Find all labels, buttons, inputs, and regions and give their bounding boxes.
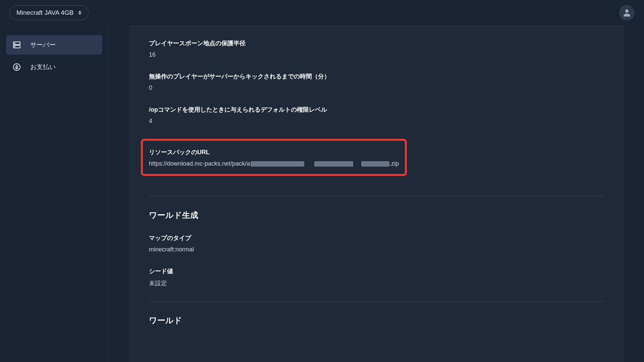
- sidebar: サーバー お支払い: [0, 26, 109, 362]
- setting-value: 4: [149, 118, 604, 125]
- svg-point-4: [14, 46, 15, 47]
- server-icon: [13, 41, 21, 49]
- url-suffix: .zip: [389, 160, 399, 167]
- setting-value: 未設定: [149, 279, 604, 287]
- highlighted-resource-pack-setting: リソースパックのURL https://download.mc-packs.ne…: [141, 139, 407, 176]
- setting-resource-pack-url: リソースパックのURL https://download.mc-packs.ne…: [149, 148, 399, 167]
- setting-value: 0: [149, 84, 604, 92]
- server-selector-dropdown[interactable]: Minecraft JAVA 4GB: [9, 5, 89, 20]
- setting-value: 16: [149, 51, 604, 58]
- redacted-segment: [251, 161, 304, 167]
- setting-map-type: マップのタイプ minecraft:normal: [149, 234, 604, 253]
- sidebar-item-label: サーバー: [30, 41, 56, 49]
- setting-op-permission: /opコマンドを使用したときに与えられるデフォルトの権限レベル 4: [149, 106, 604, 125]
- svg-point-3: [14, 43, 15, 44]
- setting-label: マップのタイプ: [149, 234, 604, 242]
- main-content: プレイヤースポーン地点の保護半径 16 無操作のプレイヤーがサーバーからキックさ…: [109, 26, 644, 362]
- setting-idle-timeout: 無操作のプレイヤーがサーバーからキックされるまでの時間（分） 0: [149, 72, 604, 92]
- setting-label: リソースパックのURL: [149, 148, 399, 156]
- setting-label: /opコマンドを使用したときに与えられるデフォルトの権限レベル: [149, 106, 604, 114]
- url-prefix: https://download.mc-packs.net/pack/a: [149, 160, 250, 167]
- setting-value: minecraft:normal: [149, 246, 604, 253]
- user-icon: [622, 8, 632, 18]
- chevron-updown-icon: [78, 11, 82, 15]
- sidebar-item-label: お支払い: [30, 63, 56, 71]
- sidebar-item-server[interactable]: サーバー: [6, 35, 102, 55]
- section-divider: [149, 301, 604, 302]
- section-divider: [149, 196, 604, 196]
- setting-spawn-protection: プレイヤースポーン地点の保護半径 16: [149, 39, 604, 58]
- setting-value: https://download.mc-packs.net/pack/a .zi…: [149, 160, 399, 167]
- setting-label: プレイヤースポーン地点の保護半径: [149, 39, 604, 47]
- user-avatar-button[interactable]: [619, 5, 635, 20]
- redacted-segment: [314, 161, 353, 167]
- setting-seed: シード値 未設定: [149, 267, 604, 287]
- svg-point-0: [625, 9, 629, 13]
- payment-icon: [13, 63, 21, 71]
- section-title-world: ワールド: [149, 315, 604, 326]
- setting-label: 無操作のプレイヤーがサーバーからキックされるまでの時間（分）: [149, 72, 604, 80]
- section-title-world-gen: ワールド生成: [149, 210, 604, 221]
- setting-label: シード値: [149, 267, 604, 275]
- redacted-segment: [361, 161, 389, 167]
- sidebar-item-payment[interactable]: お支払い: [6, 57, 102, 77]
- server-selector-label: Minecraft JAVA 4GB: [16, 9, 73, 16]
